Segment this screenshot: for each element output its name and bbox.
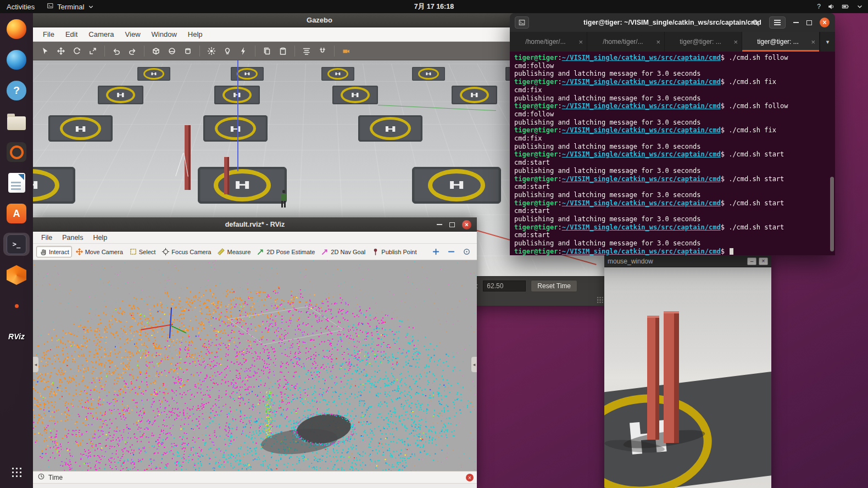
gazebo-tool-sphere-icon[interactable] — [165, 44, 179, 58]
toolbar-separator — [199, 46, 200, 57]
gazebo-tool-redo-icon[interactable] — [126, 44, 139, 58]
rviz-menu-panels[interactable]: Panels — [57, 233, 88, 243]
mouse-window-titlebar[interactable]: mouse_window – × — [604, 255, 771, 267]
help-indicator-icon[interactable]: ? — [817, 3, 821, 10]
new-window-icon[interactable] — [515, 16, 529, 29]
gazebo-tool-align-icon[interactable] — [300, 44, 313, 58]
rviz-menu-help[interactable]: Help — [88, 233, 112, 243]
gazebo-tool-flash-icon[interactable] — [237, 44, 250, 58]
terminal-tab[interactable]: /home/tiger/...× — [587, 32, 665, 52]
command-text: ./cmd.sh fix — [728, 126, 776, 134]
maximize-icon[interactable] — [449, 222, 455, 227]
rviz-tool-plus-blue-icon[interactable] — [430, 246, 442, 258]
rviz-tool-2d-nav-goal[interactable]: 2D Nav Goal — [318, 246, 368, 257]
dock-item-gazebo[interactable] — [3, 263, 30, 287]
terminal-tab[interactable]: tiger@tiger: ...× — [665, 32, 742, 52]
gazebo-tool-copy-icon[interactable] — [260, 44, 274, 58]
maximize-icon[interactable] — [806, 20, 812, 25]
gazebo-menu-help[interactable]: Help — [182, 29, 208, 40]
system-menu-chevron-icon[interactable] — [856, 3, 864, 10]
rviz-3d-viewport[interactable]: ◂ ◂ — [33, 260, 477, 471]
minimize-icon[interactable] — [437, 224, 442, 225]
terminal-icon — [7, 234, 26, 254]
rviz-tool-move-camera[interactable]: Move Camera — [73, 246, 126, 257]
gazebo-tool-paste-icon[interactable] — [276, 44, 290, 58]
tab-close-icon[interactable]: × — [656, 38, 660, 46]
gazebo-tool-move-icon[interactable] — [54, 44, 68, 58]
dock-item-firefox[interactable] — [3, 18, 30, 41]
minimize-icon[interactable] — [793, 22, 799, 23]
rviz-tool-focus-camera[interactable]: Focus Camera — [159, 246, 214, 257]
dock-item-running-dot[interactable] — [3, 294, 30, 317]
dock-item-help[interactable] — [3, 79, 30, 102]
tab-list-chevron-icon[interactable]: ▾ — [820, 32, 835, 52]
gazebo-tool-camera-icon[interactable] — [340, 44, 353, 58]
dock-item-thunderbird[interactable] — [3, 48, 30, 71]
clock[interactable]: 7月 17 16:18 — [414, 2, 454, 12]
time-panel-close-icon[interactable]: × — [466, 474, 474, 481]
rviz-titlebar[interactable]: default.rviz* - RViz × — [33, 217, 477, 232]
dock-item-libreoffice-writer[interactable] — [3, 171, 30, 194]
mouse-window-viewport[interactable]: H — [604, 267, 771, 488]
prompt-dollar: $ — [721, 150, 728, 158]
gazebo-tool-cylinder-icon[interactable] — [181, 44, 194, 58]
activities-button[interactable]: Activities — [7, 3, 35, 11]
gazebo-menu-camera[interactable]: Camera — [83, 29, 119, 40]
gazebo-tool-scale-icon[interactable] — [86, 44, 99, 58]
terminal-body[interactable]: tiger@tiger:~/VISIM_single/catkin_ws/src… — [510, 52, 835, 255]
app-menu[interactable]: Terminal — [47, 2, 93, 11]
rviz-tool-orbit-icon[interactable] — [460, 246, 472, 258]
close-icon[interactable]: × — [462, 220, 471, 229]
panel-collapse-handle-right[interactable]: ◂ — [471, 357, 477, 372]
close-icon[interactable]: × — [820, 18, 830, 27]
rviz-tool-measure[interactable]: Measure — [214, 246, 253, 257]
rviz-tool-2d-pose-estimate[interactable]: 2D Pose Estimate — [254, 246, 318, 257]
battery-icon[interactable] — [842, 3, 849, 10]
gazebo-tool-sun-icon[interactable] — [205, 44, 218, 58]
gazebo-tool-undo-icon[interactable] — [110, 44, 123, 58]
gazebo-menu-file[interactable]: File — [37, 29, 60, 40]
gazebo-menu-view[interactable]: View — [120, 29, 146, 40]
panel-collapse-handle-left[interactable]: ◂ — [33, 357, 38, 372]
reset-time-button[interactable]: Reset Time — [531, 280, 577, 292]
dock-item-files[interactable] — [3, 110, 30, 133]
close-icon[interactable]: × — [759, 257, 768, 265]
tab-close-icon[interactable]: × — [733, 38, 738, 46]
gazebo-tool-cursor-icon[interactable] — [38, 44, 52, 58]
terminal-tab[interactable]: tiger@tiger: ...× — [742, 32, 820, 52]
terminal-tab[interactable]: /home/tiger/...× — [510, 32, 587, 52]
rviz-menu-file[interactable]: File — [36, 233, 57, 243]
rviz-tool-minus-blue-icon[interactable] — [445, 246, 457, 258]
window-resize-grip[interactable] — [597, 296, 604, 304]
prompt-path: ~/VISIM_single/catkin_ws/src/captain/cmd — [562, 54, 721, 61]
terminal-line: publishing and latching message for 3.0 … — [514, 215, 831, 223]
gazebo-tool-rotate-icon[interactable] — [70, 44, 84, 58]
terminal-titlebar[interactable]: tiger@tiger: ~/VISIM_single/catkin_ws/sr… — [510, 13, 835, 32]
tool-label: Focus Camera — [171, 249, 211, 255]
gazebo-menu-edit[interactable]: Edit — [60, 29, 83, 40]
rviz-tool-publish-point[interactable]: Publish Point — [369, 246, 419, 257]
dock-item-app-grid[interactable] — [3, 461, 30, 484]
terminal-line: tiger@tiger:~/VISIM_single/catkin_ws/src… — [514, 150, 831, 159]
hamburger-menu-icon[interactable] — [769, 16, 786, 29]
dock-item-terminal[interactable] — [3, 233, 30, 256]
search-icon[interactable] — [749, 16, 761, 29]
terminal-scrollbar[interactable] — [830, 177, 834, 251]
gazebo-menu-window[interactable]: Window — [146, 29, 182, 40]
dock-item-rviz[interactable]: RViz — [3, 325, 30, 348]
output-text: publishing and latching message for 3.0 … — [514, 143, 701, 150]
tab-close-icon[interactable]: × — [578, 38, 583, 46]
dock-item-rhythmbox[interactable] — [3, 141, 30, 164]
gazebo-tool-box-icon[interactable] — [149, 44, 163, 58]
minimize-icon[interactable]: – — [747, 257, 756, 265]
dock-item-ubuntu-software[interactable] — [3, 202, 30, 225]
gazebo-tool-magnet-icon[interactable] — [316, 44, 329, 58]
rviz-tool-interact[interactable]: Interact — [36, 246, 72, 257]
terminal-line: cmd:follow — [514, 62, 831, 70]
rviz-tool-select[interactable]: Select — [126, 246, 159, 257]
tab-close-icon[interactable]: × — [811, 38, 815, 46]
gazebo-tool-bulb-icon[interactable] — [221, 44, 234, 58]
output-text: cmd:fix — [514, 134, 542, 142]
helipad-tile — [452, 86, 497, 104]
volume-icon[interactable] — [827, 3, 835, 10]
